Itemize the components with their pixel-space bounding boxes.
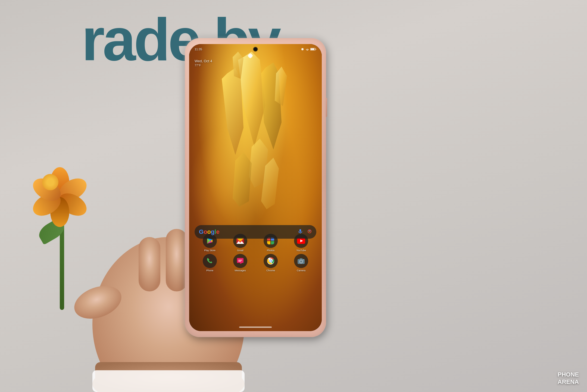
phone[interactable]: 11:35 <box>185 38 326 337</box>
front-camera <box>254 47 257 51</box>
temperature-display: 77°F <box>195 64 212 67</box>
status-icons <box>301 48 316 51</box>
watermark: PHONE ARENA <box>558 371 579 385</box>
play-store-label: Play Store <box>204 249 216 252</box>
svg-rect-25 <box>311 48 314 50</box>
svg-point-44 <box>303 260 304 260</box>
messages-icon-wrap[interactable]: Messages <box>231 254 250 272</box>
app-grid: Play Store Gm <box>189 234 322 274</box>
svg-marker-15 <box>233 152 252 207</box>
lens-icon[interactable] <box>307 229 312 235</box>
dialer-icon-wrap[interactable]: Phone <box>200 254 219 272</box>
dialer-icon[interactable] <box>203 254 217 268</box>
svg-rect-24 <box>316 49 316 50</box>
youtube-svg <box>297 238 305 244</box>
phone-label: Phone <box>206 269 213 272</box>
notification-icon <box>301 48 304 51</box>
photos-label: Photos <box>267 249 274 252</box>
phone-svg <box>206 257 213 265</box>
phone-body: 11:35 <box>185 38 326 337</box>
gmail-svg <box>236 238 244 244</box>
camera-icon-wrap[interactable]: Camera <box>292 254 311 272</box>
wallpaper <box>189 44 322 331</box>
svg-rect-8 <box>92 370 245 392</box>
watermark-line1: PHONE <box>558 371 579 378</box>
date-widget: Wed, Oct 4 77°F <box>195 59 212 67</box>
phone-screen[interactable]: 11:35 <box>189 44 322 331</box>
svg-point-22 <box>307 50 308 51</box>
chrome-label: Chrome <box>266 269 275 272</box>
status-time: 11:35 <box>195 48 202 51</box>
crystal-svg <box>189 44 322 331</box>
search-bar[interactable]: Google <box>195 225 316 239</box>
svg-rect-3 <box>166 229 188 291</box>
messages-icon[interactable] <box>233 254 247 268</box>
google-logo: Google <box>199 228 220 235</box>
chrome-svg <box>267 257 274 265</box>
svg-point-43 <box>301 261 302 262</box>
svg-point-48 <box>309 231 310 232</box>
messages-svg <box>236 257 244 265</box>
messages-label: Messages <box>235 269 246 272</box>
camera-icon[interactable] <box>294 254 308 268</box>
youtube-label: YouTube <box>296 249 306 252</box>
wifi-icon <box>305 48 309 51</box>
svg-rect-45 <box>299 229 301 232</box>
svg-point-39 <box>270 260 271 262</box>
camera-label: Camera <box>297 269 305 272</box>
power-button[interactable] <box>326 98 327 117</box>
svg-point-21 <box>301 48 304 50</box>
home-indicator[interactable] <box>239 326 272 328</box>
battery-icon <box>310 48 316 51</box>
watermark-line2: ARENA <box>558 378 579 385</box>
gmail-label: Gmail <box>237 249 243 252</box>
camera-svg <box>297 258 305 264</box>
chrome-icon[interactable] <box>264 254 278 268</box>
svg-rect-2 <box>139 237 160 291</box>
mic-icon[interactable] <box>298 229 303 235</box>
svg-marker-10 <box>222 68 243 155</box>
app-row-2: Phone Messages <box>195 254 316 272</box>
chrome-icon-wrap[interactable]: Chrome <box>261 254 280 272</box>
date-display: Wed, Oct 4 <box>195 59 212 63</box>
